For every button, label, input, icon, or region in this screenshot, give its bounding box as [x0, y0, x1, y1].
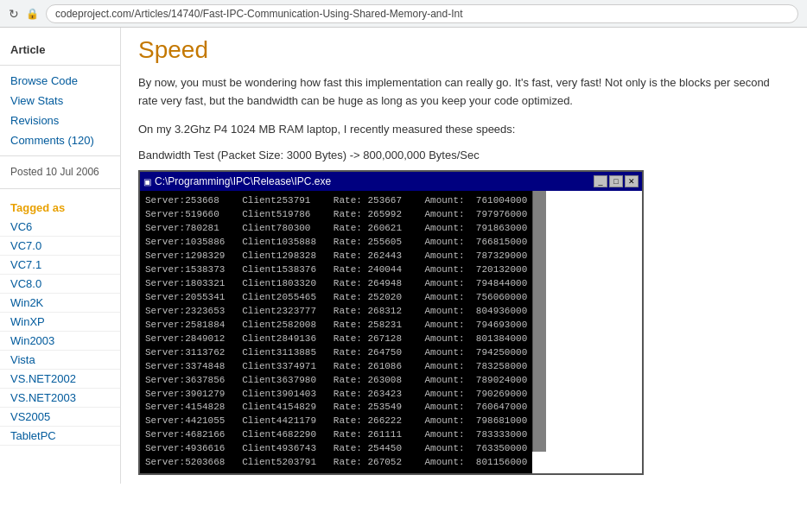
main-content: Speed By now, you must be wondering how …	[121, 28, 807, 484]
scrollbar[interactable]	[532, 191, 546, 452]
titlebar-left: ▣ C:\Programming\IPC\Release\IPC.exe	[143, 175, 331, 187]
tag-vc80[interactable]: VC8.0	[0, 275, 120, 294]
console-window: ▣ C:\Programming\IPC\Release\IPC.exe _ □…	[138, 170, 644, 475]
tag-tabletpc[interactable]: TabletPC	[0, 427, 120, 446]
browser-bar: ↻ 🔒	[0, 0, 807, 28]
sidebar-link-comments[interactable]: Comments (120)	[0, 130, 120, 150]
tag-vs2005[interactable]: VS2005	[0, 408, 120, 427]
url-input[interactable]	[46, 4, 798, 23]
posted-date: Posted 10 Jul 2006	[0, 162, 120, 183]
console-title: C:\Programming\IPC\Release\IPC.exe	[155, 175, 331, 187]
bandwidth-label: Bandwidth Test (Packet Size: 3000 Bytes)…	[138, 149, 790, 162]
tag-vc70[interactable]: VC7.0	[0, 237, 120, 256]
sidebar-article-title: Article	[0, 36, 120, 60]
sidebar-link-revisions[interactable]: Revisions	[0, 111, 120, 130]
console-body: Server:253668 Client253791 Rate: 253667 …	[140, 191, 532, 473]
console-icon: ▣	[143, 177, 151, 187]
sidebar-link-browse-code[interactable]: Browse Code	[0, 71, 120, 91]
close-button[interactable]: ✕	[625, 175, 639, 187]
tag-vsnet2003[interactable]: VS.NET2003	[0, 389, 120, 408]
sidebar-link-view-stats[interactable]: View Stats	[0, 91, 120, 111]
page-layout: Article Browse Code View Stats Revisions…	[0, 28, 807, 484]
tag-win2003[interactable]: Win2003	[0, 332, 120, 351]
tagged-as-title: Tagged as	[0, 194, 120, 218]
titlebar-buttons: _ □ ✕	[594, 175, 639, 187]
console-outer: Server:253668 Client253791 Rate: 253667 …	[140, 191, 642, 473]
refresh-icon[interactable]: ↻	[9, 7, 19, 21]
tag-win2k[interactable]: Win2K	[0, 294, 120, 313]
restore-button[interactable]: □	[609, 175, 623, 187]
console-titlebar: ▣ C:\Programming\IPC\Release\IPC.exe _ □…	[140, 172, 642, 191]
section-heading: Speed	[138, 36, 790, 64]
tag-vsnet2002[interactable]: VS.NET2002	[0, 370, 120, 389]
tag-vc6[interactable]: VC6	[0, 218, 120, 237]
tag-vc71[interactable]: VC7.1	[0, 256, 120, 275]
lock-icon: 🔒	[26, 8, 39, 20]
minimize-button[interactable]: _	[594, 175, 607, 187]
body-paragraph-2: On my 3.2Ghz P4 1024 MB RAM laptop, I re…	[138, 121, 790, 139]
tag-vista[interactable]: Vista	[0, 351, 120, 370]
sidebar: Article Browse Code View Stats Revisions…	[0, 28, 121, 484]
body-paragraph-1: By now, you must be wondering how fast t…	[138, 74, 790, 111]
tag-winxp[interactable]: WinXP	[0, 313, 120, 332]
